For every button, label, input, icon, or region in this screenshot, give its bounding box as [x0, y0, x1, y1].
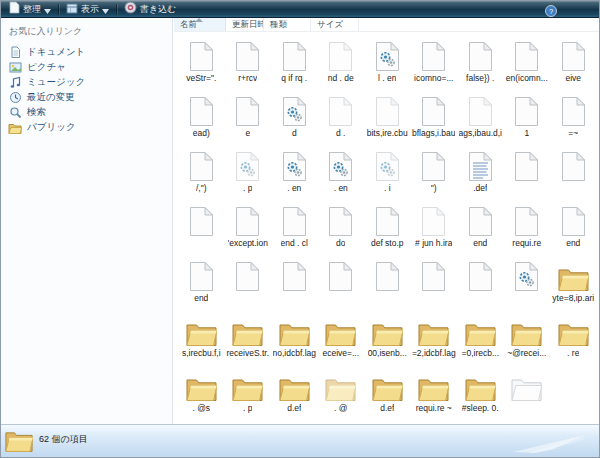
folder-item[interactable]: d.ef [271, 364, 318, 419]
folder-item[interactable]: 00,isenb... [364, 309, 411, 364]
sidebar-item-label: ドキュメント [27, 46, 85, 59]
sidebar-item-documents[interactable]: ドキュメント [1, 45, 172, 60]
file-item[interactable] [550, 144, 597, 199]
file-item[interactable]: eive [550, 34, 597, 89]
sidebar-item-pictures[interactable]: ピクチャ [1, 60, 172, 75]
document-icon [421, 91, 446, 127]
file-item[interactable]: . i [364, 144, 411, 199]
file-item[interactable]: r+rcv [225, 34, 272, 89]
document-icon [328, 91, 353, 127]
folder-item[interactable]: =0,irecb... [457, 309, 504, 364]
organize-button[interactable]: 整理 [5, 2, 55, 16]
folder-item[interactable]: s,irecbu.f,i [178, 309, 225, 364]
file-label: do [336, 238, 345, 248]
folder-item[interactable]: eceive=... [318, 309, 365, 364]
toolbar-separator [58, 4, 59, 15]
folder-item[interactable]: . @ [318, 364, 365, 419]
file-label: nd . de [328, 73, 354, 83]
file-item[interactable]: def sto.p [364, 199, 411, 254]
file-item[interactable] [178, 199, 225, 254]
folder-item[interactable] [504, 364, 551, 419]
file-item[interactable]: . en [271, 144, 318, 199]
file-item[interactable]: end [550, 199, 597, 254]
folder-item[interactable]: yte=8,ip.ari [550, 254, 597, 309]
file-item[interactable]: bits,ire.cbu [364, 89, 411, 144]
file-item[interactable]: d . [318, 89, 365, 144]
organize-icon [9, 0, 20, 18]
file-label: #sleep. 0. [462, 403, 499, 413]
file-label: requi.re [512, 238, 541, 248]
file-item[interactable]: .def [457, 144, 504, 199]
file-item[interactable] [504, 144, 551, 199]
folder-item[interactable]: . @s [178, 364, 225, 419]
file-item[interactable]: ") [411, 144, 458, 199]
file-item[interactable]: false}) . [457, 34, 504, 89]
column-header-name[interactable]: 名前 [174, 18, 226, 31]
folder-item[interactable]: =2,idcbf.lag [411, 309, 458, 364]
folder-icon [186, 311, 217, 347]
help-button[interactable]: ? [545, 3, 557, 15]
file-item[interactable]: end [457, 199, 504, 254]
file-label: =2,idcbf.lag [412, 348, 456, 358]
file-item[interactable]: end . cl [271, 199, 318, 254]
file-item[interactable]: . en [318, 144, 365, 199]
file-item[interactable]: icomno=... [411, 34, 458, 89]
file-item[interactable]: q if rq . [271, 34, 318, 89]
file-label: . @ [334, 403, 347, 413]
file-item[interactable]: end [178, 254, 225, 309]
file-label: false}) . [466, 73, 494, 83]
file-item[interactable]: nd . de [318, 34, 365, 89]
file-item[interactable]: ead) [178, 89, 225, 144]
file-item[interactable]: veStr=". [178, 34, 225, 89]
views-button[interactable]: 表示 [62, 2, 113, 16]
document-icon [514, 146, 539, 182]
file-label: . re [567, 348, 579, 358]
sidebar-item-search[interactable]: 検索 [1, 105, 172, 120]
status-bar: 62 個の項目 [1, 424, 599, 457]
file-item[interactable]: en(icomn... [504, 34, 551, 89]
file-label: end . cl [281, 238, 308, 248]
favorite-links-header: お気に入りリンク [1, 18, 172, 38]
file-item[interactable] [457, 254, 504, 309]
folder-item[interactable]: . p [225, 364, 272, 419]
folder-icon [232, 311, 263, 347]
folder-item[interactable]: requi.re ~ [411, 364, 458, 419]
folder-item[interactable]: receiveS.tr. [225, 309, 272, 364]
file-item[interactable]: =~ [550, 89, 597, 144]
file-item[interactable] [318, 254, 365, 309]
folder-item[interactable]: #sleep. 0. [457, 364, 504, 419]
folder-item[interactable]: no,idcbf.lag [271, 309, 318, 364]
file-item[interactable]: 'except.ion [225, 199, 272, 254]
file-item[interactable] [411, 254, 458, 309]
folder-item[interactable]: d.ef [364, 364, 411, 419]
burn-button[interactable]: 書き込む [120, 2, 180, 16]
column-header-date-modified[interactable]: 更新日時 [226, 18, 264, 31]
search-icon [8, 106, 22, 119]
folder-item[interactable]: ~@recei... [504, 309, 551, 364]
folder-icon [325, 366, 356, 402]
file-item[interactable] [225, 254, 272, 309]
file-item[interactable]: /,") [178, 144, 225, 199]
sidebar-item-recent-changes[interactable]: 最近の変更 [1, 90, 172, 105]
file-item[interactable]: # jun h.ira [411, 199, 458, 254]
file-item[interactable] [504, 254, 551, 309]
folder-item[interactable]: . re [550, 309, 597, 364]
file-label: def sto.p [371, 238, 404, 248]
file-item[interactable]: l . en [364, 34, 411, 89]
file-item[interactable]: bflags,i.bau [411, 89, 458, 144]
file-item[interactable]: e [225, 89, 272, 144]
file-item[interactable]: 1 [504, 89, 551, 144]
file-item[interactable]: requi.re [504, 199, 551, 254]
document-icon [328, 36, 353, 72]
column-header-type[interactable]: 種類 [264, 18, 311, 31]
file-item[interactable]: d [271, 89, 318, 144]
views-label: 表示 [81, 2, 99, 16]
column-header-size[interactable]: サイズ [311, 18, 359, 31]
file-item[interactable]: ags,ibau.d,i [457, 89, 504, 144]
sidebar-item-public-folder[interactable]: パブリック [1, 120, 172, 135]
file-item[interactable]: . p [225, 144, 272, 199]
file-item[interactable] [364, 254, 411, 309]
file-item[interactable] [271, 254, 318, 309]
file-item[interactable]: do [318, 199, 365, 254]
sidebar-item-music[interactable]: ミュージック [1, 75, 172, 90]
